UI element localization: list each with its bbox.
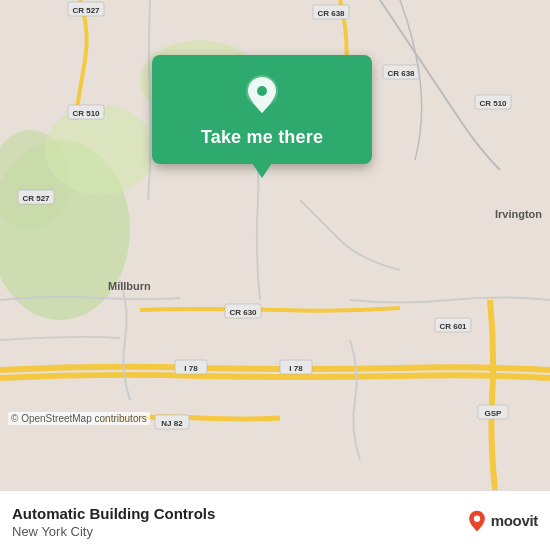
svg-text:Millburn: Millburn <box>108 280 151 292</box>
svg-text:I 78: I 78 <box>289 364 303 373</box>
popup-card[interactable]: Take me there <box>152 55 372 164</box>
svg-text:NJ 82: NJ 82 <box>161 419 183 428</box>
svg-text:CR 510: CR 510 <box>72 109 100 118</box>
location-name: Automatic Building Controls <box>12 504 538 524</box>
svg-text:CR 527: CR 527 <box>22 194 50 203</box>
svg-text:CR 638: CR 638 <box>317 9 345 18</box>
location-pin-icon <box>240 73 284 117</box>
take-me-there-button[interactable]: Take me there <box>201 127 323 148</box>
svg-text:CR 510: CR 510 <box>479 99 507 108</box>
svg-point-35 <box>473 515 479 521</box>
svg-text:Irvington: Irvington <box>495 208 542 220</box>
location-details: Automatic Building Controls New York Cit… <box>12 504 538 539</box>
svg-text:CR 638: CR 638 <box>387 69 415 78</box>
bottom-bar: Automatic Building Controls New York Cit… <box>0 490 550 550</box>
svg-text:CR 527: CR 527 <box>72 6 100 15</box>
svg-point-34 <box>257 86 267 96</box>
svg-text:CR 630: CR 630 <box>229 308 257 317</box>
location-city: New York City <box>12 524 538 539</box>
copyright-text: © OpenStreetMap contributors <box>8 412 150 425</box>
moovit-logo: moovit <box>466 510 538 532</box>
svg-text:I 78: I 78 <box>184 364 198 373</box>
svg-text:CR 601: CR 601 <box>439 322 467 331</box>
svg-text:GSP: GSP <box>485 409 503 418</box>
map-container: I 78 I 78 NJ 82 GSP CR 630 CR 527 CR 510… <box>0 0 550 490</box>
moovit-brand-text: moovit <box>491 512 538 529</box>
moovit-pin-icon <box>466 510 488 532</box>
